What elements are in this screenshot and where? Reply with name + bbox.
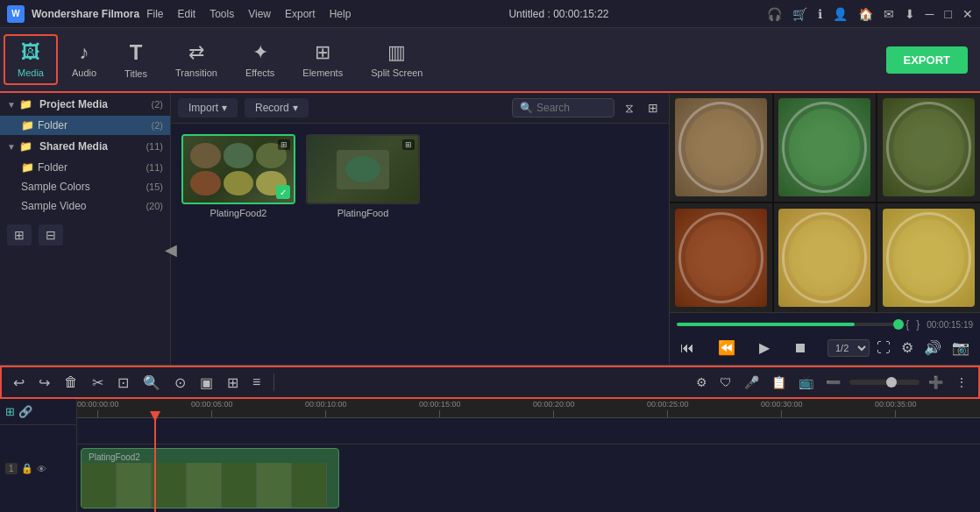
close-button[interactable]: ✕	[962, 7, 973, 21]
sample-video-item[interactable]: Sample Video (20)	[0, 196, 170, 216]
project-media-header[interactable]: ▼ 📁 Project Media (2)	[0, 93, 170, 116]
filter-icon[interactable]: ⧖	[621, 99, 637, 117]
grid-view-icon[interactable]: ⊞	[644, 99, 662, 117]
clip-thumb-7	[292, 463, 327, 508]
project-media-folder-name: Folder	[38, 119, 152, 132]
menu-file[interactable]: File	[146, 8, 163, 20]
timeline-more-button[interactable]: ⋮	[952, 373, 971, 391]
timeline-ruler: 00:00:00:00 00:00:05:00 00:00:10:00 00:0…	[77, 399, 980, 418]
shared-folder-icon: 📁	[21, 161, 34, 174]
menu-help[interactable]: Help	[330, 8, 352, 20]
menu-export[interactable]: Export	[285, 8, 316, 20]
delete-button[interactable]: 🗑	[60, 373, 82, 392]
headphone-icon[interactable]: 🎧	[767, 7, 782, 21]
adjust-button[interactable]: ≡	[248, 373, 265, 392]
timeline-zoom-in-button[interactable]: ➕	[925, 373, 947, 391]
tool-titles-label: Titles	[124, 68, 147, 79]
crop-button[interactable]: ⊡	[113, 373, 133, 393]
tool-elements[interactable]: ⊞ Elements	[288, 34, 357, 85]
tool-transition[interactable]: ⇄ Transition	[161, 34, 231, 85]
tool-media[interactable]: 🖼 Media	[4, 34, 58, 85]
menu-view[interactable]: View	[248, 8, 271, 20]
search-icon: 🔍	[520, 102, 533, 114]
progress-bar-container: { } 00:00:15:19	[677, 318, 973, 331]
timeline-zoom-slider[interactable]	[849, 380, 920, 385]
undo-button[interactable]: ↩	[9, 373, 29, 393]
play-button[interactable]: ▶	[756, 338, 773, 358]
export-button[interactable]: EXPORT	[886, 46, 968, 74]
redo-button[interactable]: ↪	[34, 373, 54, 393]
shared-media-header[interactable]: ▼ 📁 Shared Media (11)	[0, 135, 170, 158]
timeline-link-icon[interactable]: 🔗	[18, 405, 32, 418]
maximize-button[interactable]: □	[945, 7, 952, 21]
record-button[interactable]: Record ▾	[245, 98, 309, 117]
sample-colors-item[interactable]: Sample Colors (15)	[0, 177, 170, 196]
center-panel: Import ▾ Record ▾ 🔍 ⧖ ⊞	[171, 93, 669, 365]
home-icon[interactable]: 🏠	[858, 7, 873, 21]
clip-thumb-4	[187, 463, 222, 508]
volume-button[interactable]: 🔊	[920, 338, 945, 358]
remove-folder-button[interactable]: ⊟	[39, 224, 63, 245]
shared-media-folder-count: (11)	[146, 162, 163, 173]
motion-button[interactable]: ⊞	[223, 373, 243, 393]
preview-playback: ⏮ ⏪ ▶ ⏹ 1/2 1/4 Full ⛶ ⚙ 🔊 📷	[677, 336, 973, 359]
track-visibility-icon[interactable]: 👁	[37, 464, 46, 474]
progress-fill	[677, 323, 855, 326]
import-button[interactable]: Import ▾	[178, 98, 238, 117]
preview-cell-6	[877, 203, 980, 312]
add-folder-button[interactable]: ⊞	[7, 224, 32, 245]
frame-back-button[interactable]: ⏪	[714, 338, 739, 358]
track-number: 1	[5, 463, 18, 474]
tool-audio[interactable]: ♪ Audio	[58, 34, 110, 85]
search-input[interactable]	[536, 102, 607, 114]
timeline-zoom-out-button[interactable]: ➖	[822, 373, 844, 391]
timeline-top-controls: ⊞ 🔗	[0, 399, 76, 425]
tool-titles[interactable]: T Titles	[110, 33, 161, 86]
menu-tools[interactable]: Tools	[209, 8, 234, 20]
timeline-snap-icon[interactable]: ⊞	[5, 405, 15, 418]
food-plate-4	[675, 209, 767, 307]
color-button[interactable]: ⊙	[170, 373, 190, 393]
ruler-mark-7: 00:00:35:00	[875, 400, 917, 417]
title-bar: W Wondershare Filmora File Edit Tools Vi…	[0, 0, 980, 28]
progress-handle[interactable]	[893, 319, 904, 330]
stop-button[interactable]: ⏹	[790, 338, 811, 358]
minimize-button[interactable]: ─	[926, 7, 934, 21]
timeline-clipboard-button[interactable]: 📋	[768, 373, 790, 391]
quality-select[interactable]: 1/2 1/4 Full	[827, 339, 870, 357]
download-icon[interactable]: ⬇	[905, 7, 915, 21]
tool-effects-label: Effects	[245, 68, 274, 78]
tool-effects[interactable]: ✦ Effects	[231, 34, 288, 85]
video-clip[interactable]: PlatingFood2	[81, 448, 339, 508]
import-label: Import	[188, 102, 218, 114]
snapshot-button[interactable]: 📷	[948, 338, 973, 358]
media-item-platingfood2[interactable]: ⊞ ✓ PlatingFood2	[181, 134, 295, 354]
media-label-platingfood2: PlatingFood2	[210, 208, 267, 218]
track-1	[77, 418, 980, 444]
cut-button[interactable]: ✂	[88, 373, 108, 393]
timeline-shield-button[interactable]: 🛡	[716, 373, 735, 391]
timeline-playhead[interactable]	[154, 418, 156, 512]
cart-icon[interactable]: 🛒	[792, 7, 807, 21]
timeline-tv-button[interactable]: 📺	[795, 373, 817, 391]
menu-edit[interactable]: Edit	[177, 8, 195, 20]
mail-icon[interactable]: ✉	[884, 7, 894, 21]
fullscreen-button[interactable]: ⛶	[873, 338, 894, 358]
transform-button[interactable]: ▣	[195, 373, 217, 393]
media-item-platingfood[interactable]: ⊞ PlatingFood	[306, 134, 420, 354]
progress-bar[interactable]	[677, 323, 898, 326]
tool-split-screen[interactable]: ▥ Split Screen	[357, 34, 437, 85]
settings-button[interactable]: ⚙	[898, 338, 917, 358]
video-track: PlatingFood2	[77, 444, 980, 512]
info-icon[interactable]: ℹ	[818, 7, 822, 21]
media-thumb-platingfood: ⊞	[306, 134, 420, 204]
track-lock-icon[interactable]: 🔒	[21, 463, 33, 474]
clip-thumb-2	[117, 463, 152, 508]
shared-media-folder[interactable]: 📁 Folder (11)	[0, 158, 170, 177]
skip-back-button[interactable]: ⏮	[677, 338, 698, 358]
timeline-mic-button[interactable]: 🎤	[741, 373, 763, 391]
project-media-folder[interactable]: 📁 Folder (2)	[0, 116, 170, 135]
timeline-settings-button[interactable]: ⚙	[692, 373, 711, 391]
zoom-button[interactable]: 🔍	[138, 373, 165, 393]
user-icon[interactable]: 👤	[833, 7, 848, 21]
